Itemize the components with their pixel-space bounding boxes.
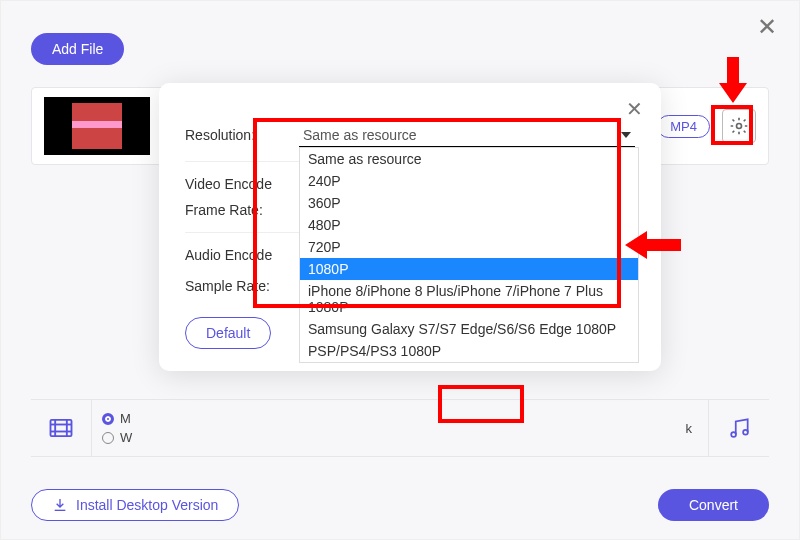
convert-button[interactable]: Convert bbox=[658, 489, 769, 521]
svg-point-6 bbox=[731, 432, 736, 437]
video-tab[interactable] bbox=[31, 414, 91, 442]
resolution-option[interactable]: PSP/PS4/PS3 1080P bbox=[300, 340, 638, 362]
radio-option-2[interactable]: W bbox=[102, 430, 686, 445]
resolution-dropdown: Same as resource240P360P480P720P1080PiPh… bbox=[299, 147, 639, 363]
default-button[interactable]: Default bbox=[185, 317, 271, 349]
bottom-bar: M W k bbox=[31, 399, 769, 457]
resolution-option[interactable]: Samsung Galaxy S7/S7 Edge/S6/S6 Edge 108… bbox=[300, 318, 638, 340]
add-file-button[interactable]: Add File bbox=[31, 33, 124, 65]
video-thumbnail bbox=[44, 97, 150, 155]
modal-close-icon[interactable]: ✕ bbox=[626, 97, 643, 121]
dropdown-caret-icon bbox=[621, 132, 631, 138]
music-icon bbox=[726, 415, 752, 441]
film-icon bbox=[47, 414, 75, 442]
gear-icon bbox=[729, 116, 749, 136]
settings-button[interactable] bbox=[722, 109, 756, 143]
download-icon bbox=[52, 497, 68, 513]
settings-modal: ✕ Resolution: Same as resource Same as r… bbox=[159, 83, 661, 371]
svg-marker-8 bbox=[719, 57, 747, 103]
radio-unselected-icon bbox=[102, 432, 114, 444]
resolution-option[interactable]: 720P bbox=[300, 236, 638, 258]
install-label: Install Desktop Version bbox=[76, 497, 218, 513]
install-button[interactable]: Install Desktop Version bbox=[31, 489, 239, 521]
resolution-option[interactable]: 1080P bbox=[300, 258, 638, 280]
svg-point-0 bbox=[737, 124, 742, 129]
video-encoder-label: Video Encode bbox=[185, 176, 285, 192]
trailing-text: k bbox=[686, 421, 709, 436]
radio-option-1[interactable]: M bbox=[102, 411, 686, 426]
audio-tab[interactable] bbox=[709, 415, 769, 441]
radio-selected-icon bbox=[102, 413, 114, 425]
svg-marker-9 bbox=[625, 231, 681, 259]
svg-rect-1 bbox=[51, 420, 72, 436]
resolution-option[interactable]: 360P bbox=[300, 192, 638, 214]
annotation-arrow-gear bbox=[715, 57, 751, 103]
add-file-label: Add File bbox=[52, 41, 103, 57]
resolution-label: Resolution: bbox=[185, 127, 285, 143]
resolution-option[interactable]: 480P bbox=[300, 214, 638, 236]
frame-rate-label: Frame Rate: bbox=[185, 202, 285, 218]
resolution-option[interactable]: Same as resource bbox=[300, 148, 638, 170]
audio-encoder-label: Audio Encode bbox=[185, 247, 285, 263]
resolution-option[interactable]: 240P bbox=[300, 170, 638, 192]
window-close-icon[interactable]: ✕ bbox=[757, 13, 777, 41]
annotation-arrow-dropdown bbox=[625, 227, 681, 263]
resolution-option[interactable]: iPhone 8/iPhone 8 Plus/iPhone 7/iPhone 7… bbox=[300, 280, 638, 318]
resolution-select[interactable]: Same as resource Same as resource240P360… bbox=[299, 123, 635, 147]
sample-rate-label: Sample Rate: bbox=[185, 278, 285, 294]
resolution-selected: Same as resource bbox=[303, 127, 417, 143]
svg-point-7 bbox=[743, 430, 748, 435]
format-tag[interactable]: MP4 bbox=[657, 115, 710, 138]
convert-label: Convert bbox=[689, 497, 738, 513]
